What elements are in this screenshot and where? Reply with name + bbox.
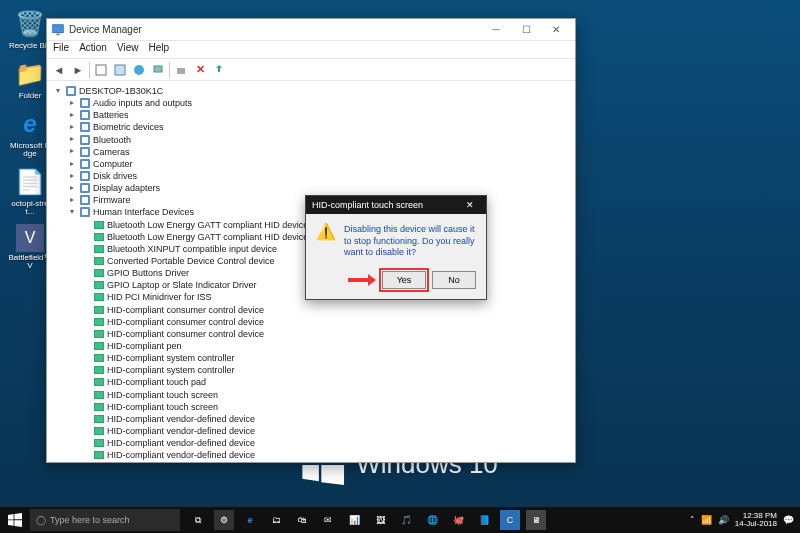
tree-node[interactable]: HID-compliant system controller: [81, 364, 569, 376]
tree-node[interactable]: ▸Cameras: [67, 146, 569, 158]
menu-file[interactable]: File: [53, 42, 69, 57]
tray-up-icon[interactable]: ˄: [690, 515, 695, 525]
expand-icon[interactable]: ▸: [67, 122, 76, 133]
tree-node[interactable]: HID-compliant consumer control device: [81, 316, 569, 328]
tree-label: Computer: [93, 158, 133, 170]
expand-icon[interactable]: ▸: [67, 171, 76, 182]
close-button[interactable]: ✕: [541, 21, 571, 39]
tree-node[interactable]: HID-compliant touch pad: [81, 376, 569, 388]
tree-node[interactable]: ▸Batteries: [67, 109, 569, 121]
device-icon: [93, 413, 104, 424]
taskbar-app[interactable]: ⚙: [214, 510, 234, 530]
device-icon: [93, 256, 104, 267]
collapse-icon[interactable]: ▾: [67, 207, 76, 218]
minimize-button[interactable]: ─: [481, 21, 511, 39]
taskbar-edge[interactable]: e: [240, 510, 260, 530]
tray-network-icon[interactable]: 📶: [701, 515, 712, 525]
tree-node[interactable]: ▸Display adapters: [67, 182, 569, 194]
tree-label: Cameras: [93, 146, 130, 158]
expand-icon[interactable]: ▸: [67, 98, 76, 109]
search-box[interactable]: ◯Type here to search: [30, 509, 180, 531]
tree-label: Audio inputs and outputs: [93, 97, 192, 109]
no-button[interactable]: No: [432, 271, 476, 289]
tree-node[interactable]: HID-compliant touch screen: [81, 401, 569, 413]
tree-node[interactable]: HID-compliant system controller: [81, 352, 569, 364]
tree-label: Converted Portable Device Control device: [107, 255, 275, 267]
menu-help[interactable]: Help: [148, 42, 169, 57]
help-button[interactable]: [131, 62, 147, 78]
tree-node[interactable]: HID-compliant vendor-defined device: [81, 413, 569, 425]
tree-node[interactable]: HID-compliant vendor-defined device: [81, 449, 569, 461]
tree-label: DESKTOP-1B30K1C: [79, 85, 163, 97]
taskbar-device-manager[interactable]: 🖥: [526, 510, 546, 530]
menu-view[interactable]: View: [117, 42, 139, 57]
dialog-titlebar[interactable]: HID-compliant touch screen ✕: [306, 196, 486, 214]
device-icon: [93, 353, 104, 364]
task-view-button[interactable]: ⧉: [188, 510, 208, 530]
tree-label: Bluetooth XINPUT compatible input device: [107, 243, 277, 255]
properties-button[interactable]: [112, 62, 128, 78]
device-icon: [93, 268, 104, 279]
taskbar-app[interactable]: 🐙: [448, 510, 468, 530]
start-button[interactable]: [0, 507, 30, 533]
device-icon: [79, 195, 90, 206]
tree-node[interactable]: HID-compliant vendor-defined device: [81, 461, 569, 462]
battlefield-icon: V: [16, 224, 44, 252]
tree-node[interactable]: HID-compliant vendor-defined device: [81, 437, 569, 449]
device-icon: [79, 158, 90, 169]
tree-node[interactable]: ▸Audio inputs and outputs: [67, 97, 569, 109]
svg-rect-3: [115, 65, 125, 75]
tree-node[interactable]: HID-compliant consumer control device: [81, 328, 569, 340]
device-icon: [79, 171, 90, 182]
tree-node[interactable]: HID-compliant touch screen: [81, 389, 569, 401]
scan-button[interactable]: [150, 62, 166, 78]
forward-button[interactable]: ►: [70, 62, 86, 78]
menu-action[interactable]: Action: [79, 42, 107, 57]
notifications-button[interactable]: 💬: [783, 515, 794, 525]
taskbar-app[interactable]: 📊: [344, 510, 364, 530]
expand-icon[interactable]: ▸: [67, 146, 76, 157]
tree-label: HID-compliant vendor-defined device: [107, 449, 255, 461]
yes-button[interactable]: Yes: [382, 271, 426, 289]
taskbar-app[interactable]: C: [500, 510, 520, 530]
device-icon: [93, 280, 104, 291]
tree-node[interactable]: HID-compliant vendor-defined device: [81, 425, 569, 437]
back-button[interactable]: ◄: [51, 62, 67, 78]
clock[interactable]: 12:38 PM 14-Jul-2018: [735, 512, 777, 528]
device-icon: [93, 377, 104, 388]
tree-node[interactable]: ▸Computer: [67, 158, 569, 170]
collapse-icon[interactable]: ▾: [53, 86, 62, 97]
tree-node[interactable]: ▸Bluetooth: [67, 134, 569, 146]
tree-label: Human Interface Devices: [93, 206, 194, 218]
taskbar-mail[interactable]: ✉: [318, 510, 338, 530]
update-driver-button[interactable]: [211, 62, 227, 78]
taskbar-app[interactable]: 📘: [474, 510, 494, 530]
taskbar-app[interactable]: 🎵: [396, 510, 416, 530]
tree-label: GPIO Laptop or Slate Indicator Driver: [107, 279, 257, 291]
expand-icon[interactable]: ▸: [67, 110, 76, 121]
taskbar-app[interactable]: 🖼: [370, 510, 390, 530]
taskbar-store[interactable]: 🛍: [292, 510, 312, 530]
expand-icon[interactable]: ▸: [67, 195, 76, 206]
taskbar-chrome[interactable]: 🌐: [422, 510, 442, 530]
svg-rect-5: [154, 66, 162, 72]
titlebar[interactable]: Device Manager ─ ☐ ✕: [47, 19, 575, 41]
tree-label: Disk drives: [93, 170, 137, 182]
expand-icon[interactable]: ▸: [67, 134, 76, 145]
tree-node[interactable]: ▸Biometric devices: [67, 121, 569, 133]
tree-node[interactable]: HID-compliant consumer control device: [81, 304, 569, 316]
expand-icon[interactable]: ▸: [67, 183, 76, 194]
enable-button[interactable]: [173, 62, 189, 78]
maximize-button[interactable]: ☐: [511, 21, 541, 39]
tree-node[interactable]: HID-compliant pen: [81, 340, 569, 352]
dialog-close-button[interactable]: ✕: [460, 200, 480, 210]
device-icon: [93, 231, 104, 242]
taskbar-explorer[interactable]: 🗂: [266, 510, 286, 530]
tutorial-arrow-icon: [348, 275, 376, 285]
uninstall-button[interactable]: ✕: [192, 62, 208, 78]
tree-node[interactable]: ▸Disk drives: [67, 170, 569, 182]
expand-icon[interactable]: ▸: [67, 159, 76, 170]
tray-volume-icon[interactable]: 🔊: [718, 515, 729, 525]
show-hidden-button[interactable]: [93, 62, 109, 78]
tree-node[interactable]: ▾DESKTOP-1B30K1C: [53, 85, 569, 97]
